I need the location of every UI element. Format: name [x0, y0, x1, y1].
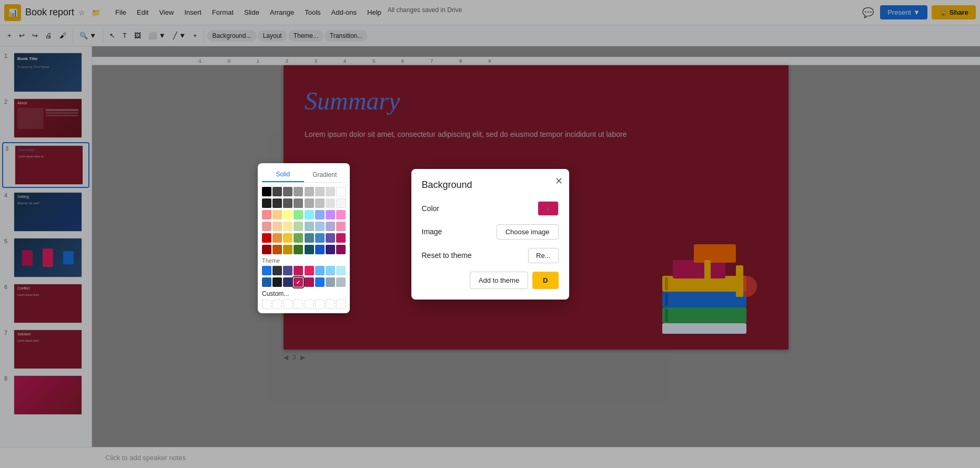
image-label: Image — [422, 227, 497, 236]
background-dialog: Background ✕ Color ▲ Image Choose image … — [411, 169, 569, 300]
dialog-title: Background — [422, 180, 559, 191]
swatch-d2[interactable] — [272, 233, 282, 243]
swatch-b7[interactable] — [326, 198, 335, 208]
cp-theme-row1 — [262, 266, 346, 275]
color-label: Color — [422, 204, 538, 213]
theme-swatch-4[interactable] — [294, 266, 303, 275]
swatch-c6[interactable] — [315, 210, 325, 220]
reset-row: Reset to theme Re... — [422, 248, 559, 263]
swatch-dark2[interactable] — [283, 187, 292, 196]
swatch-dk6[interactable] — [315, 245, 325, 254]
theme-swatch-t1[interactable] — [262, 277, 271, 287]
theme-swatch-2[interactable] — [272, 266, 282, 275]
swatch-b8[interactable] — [336, 198, 346, 208]
color-picker-btn[interactable]: ▲ — [538, 201, 559, 216]
solid-tab[interactable]: Solid — [262, 167, 304, 182]
theme-swatch-5[interactable] — [305, 266, 314, 275]
swatch-dark1[interactable] — [272, 187, 282, 196]
swatch-m8[interactable] — [336, 222, 346, 231]
swatch-b4[interactable] — [294, 198, 303, 208]
cp-grid-darker — [262, 245, 346, 254]
cp-grid-grayscale2 — [262, 198, 346, 208]
swatch-white[interactable] — [336, 187, 346, 196]
theme-swatch-t5[interactable] — [305, 277, 314, 287]
swatch-b6[interactable] — [315, 198, 325, 208]
swatch-d4[interactable] — [294, 233, 303, 243]
swatch-dk1[interactable] — [262, 245, 271, 254]
swatch-m4[interactable] — [294, 222, 303, 231]
dialog-actions: Add to theme D — [422, 272, 559, 289]
cp-grid-light — [262, 210, 346, 220]
swatch-m6[interactable] — [315, 222, 325, 231]
custom-swatch-4[interactable] — [294, 300, 303, 309]
swatch-dk8[interactable] — [336, 245, 346, 254]
color-picker-tabs: Solid Gradient — [262, 167, 346, 183]
swatch-d5[interactable] — [305, 233, 314, 243]
swatch-b5[interactable] — [305, 198, 314, 208]
swatch-dk3[interactable] — [283, 245, 292, 254]
theme-swatch-3[interactable] — [283, 266, 292, 275]
theme-swatch-t8[interactable] — [336, 277, 346, 287]
swatch-c7[interactable] — [326, 210, 335, 220]
swatch-c5[interactable] — [305, 210, 314, 220]
swatch-m1[interactable] — [262, 222, 271, 231]
add-to-theme-btn[interactable]: Add to theme — [470, 272, 528, 289]
custom-swatch-8[interactable] — [336, 300, 346, 309]
custom-swatch-5[interactable] — [305, 300, 314, 309]
theme-swatch-6[interactable] — [315, 266, 325, 275]
swatch-m2[interactable] — [272, 222, 282, 231]
swatch-m3[interactable] — [283, 222, 292, 231]
swatch-d6[interactable] — [315, 233, 325, 243]
custom-swatch-1[interactable] — [262, 300, 271, 309]
swatch-d7[interactable] — [326, 233, 335, 243]
theme-swatch-7[interactable] — [326, 266, 335, 275]
swatch-c3[interactable] — [283, 210, 292, 220]
swatch-m7[interactable] — [326, 222, 335, 231]
swatch-dk5[interactable] — [305, 245, 314, 254]
dialog-close-btn[interactable]: ✕ — [555, 175, 563, 187]
swatch-gray4[interactable] — [326, 187, 335, 196]
theme-swatch-8[interactable] — [336, 266, 346, 275]
swatch-c2[interactable] — [272, 210, 282, 220]
swatch-d3[interactable] — [283, 233, 292, 243]
theme-swatch-t7[interactable] — [326, 277, 335, 287]
swatch-b2[interactable] — [272, 198, 282, 208]
swatch-dk2[interactable] — [272, 245, 282, 254]
theme-section-label: Theme — [262, 257, 346, 264]
color-row: Color ▲ — [422, 201, 559, 216]
theme-swatch-t3[interactable] — [283, 277, 292, 287]
theme-swatch-t4-selected[interactable]: ✓ — [294, 277, 303, 287]
custom-swatch-7[interactable] — [326, 300, 335, 309]
theme-swatch-t6[interactable] — [315, 277, 325, 287]
swatch-d8[interactable] — [336, 233, 346, 243]
swatch-dk4[interactable] — [294, 245, 303, 254]
custom-swatch-6[interactable] — [315, 300, 325, 309]
cp-grid-medium — [262, 222, 346, 231]
gradient-tab[interactable]: Gradient — [304, 167, 346, 182]
theme-swatch-1[interactable] — [262, 266, 271, 275]
swatch-b3[interactable] — [283, 198, 292, 208]
color-arrow-icon: ▲ — [545, 205, 551, 211]
image-row: Image Choose image — [422, 224, 559, 240]
swatch-c8[interactable] — [336, 210, 346, 220]
reset-btn[interactable]: Re... — [528, 248, 558, 263]
swatch-gray1[interactable] — [294, 187, 303, 196]
swatch-b1[interactable] — [262, 198, 271, 208]
theme-swatch-t2[interactable] — [272, 277, 282, 287]
done-btn[interactable]: D — [532, 272, 558, 289]
reset-label: Reset to theme — [422, 251, 529, 260]
swatch-black[interactable] — [262, 187, 271, 196]
swatch-gray3[interactable] — [315, 187, 325, 196]
cp-theme-row2: ✓ — [262, 277, 346, 287]
swatch-d1[interactable] — [262, 233, 271, 243]
swatch-c1[interactable] — [262, 210, 271, 220]
swatch-gray2[interactable] — [305, 187, 314, 196]
swatch-c4[interactable] — [294, 210, 303, 220]
swatch-dk7[interactable] — [326, 245, 335, 254]
custom-swatch-3[interactable] — [283, 300, 292, 309]
custom-swatch-2[interactable] — [272, 300, 282, 309]
cp-grid-dark — [262, 233, 346, 243]
choose-image-btn[interactable]: Choose image — [497, 224, 559, 240]
custom-label[interactable]: Custom... — [262, 290, 346, 297]
swatch-m5[interactable] — [305, 222, 314, 231]
